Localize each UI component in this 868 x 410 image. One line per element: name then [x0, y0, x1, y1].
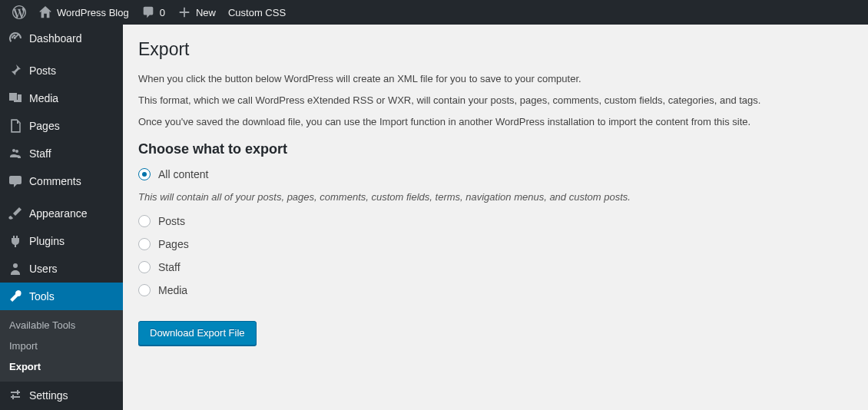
sidebar-item-tools[interactable]: Tools — [0, 283, 123, 310]
radio-posts[interactable] — [138, 215, 151, 227]
export-option-all-content[interactable]: All content — [138, 168, 853, 180]
home-icon — [38, 5, 52, 19]
main-content: Export When you click the button below W… — [123, 25, 868, 410]
dashboard-icon — [8, 31, 23, 46]
comments-menu[interactable]: 0 — [135, 0, 171, 25]
wrench-icon — [8, 289, 23, 304]
plus-icon — [177, 5, 191, 19]
wordpress-logo-icon — [12, 5, 26, 19]
intro-paragraph-3: Once you've saved the download file, you… — [138, 116, 853, 127]
radio-media[interactable] — [138, 284, 151, 296]
adminbar: WordPress Blog 0 New Custom CSS — [0, 0, 868, 25]
settings-icon — [8, 388, 23, 403]
comments-count: 0 — [160, 7, 165, 18]
submenu-item-export[interactable]: Export — [0, 356, 123, 377]
intro-paragraph-2: This format, which we call WordPress eXt… — [138, 94, 853, 106]
sidebar-item-label: Users — [29, 263, 58, 275]
sidebar-item-label: Settings — [29, 389, 68, 402]
radio-staff[interactable] — [138, 261, 151, 273]
sidebar-item-media[interactable]: Media — [0, 84, 123, 112]
sidebar-item-label: Appearance — [29, 207, 88, 220]
sidebar-item-comments[interactable]: Comments — [0, 167, 123, 195]
sidebar-item-appearance[interactable]: Appearance — [0, 200, 123, 227]
download-export-file-button[interactable]: Download Export File — [138, 321, 257, 346]
sidebar-item-posts[interactable]: Posts — [0, 57, 123, 84]
all-content-description: This will contain all of your posts, pag… — [138, 191, 853, 203]
comment-icon — [141, 5, 155, 19]
plugin-icon — [8, 233, 23, 249]
radio-label: Staff — [158, 261, 181, 273]
export-option-pages[interactable]: Pages — [138, 238, 853, 250]
tools-submenu: Available Tools Import Export — [0, 310, 123, 382]
sidebar-item-label: Tools — [29, 290, 55, 303]
admin-sidebar: Dashboard Posts Media Pages Staff Commen… — [0, 25, 123, 410]
export-option-media[interactable]: Media — [138, 284, 853, 296]
wp-logo-menu[interactable] — [6, 0, 32, 25]
radio-label: Pages — [158, 238, 189, 250]
sidebar-item-label: Comments — [29, 175, 81, 187]
sidebar-item-label: Media — [29, 92, 58, 104]
radio-label: Posts — [158, 215, 185, 227]
radio-label: All content — [158, 168, 208, 180]
sidebar-item-label: Posts — [29, 64, 56, 77]
choose-export-heading: Choose what to export — [138, 141, 853, 157]
groups-icon — [8, 146, 23, 161]
brush-icon — [8, 206, 23, 221]
custom-css-menu[interactable]: Custom CSS — [222, 0, 292, 25]
sidebar-item-label: Staff — [29, 147, 51, 160]
custom-css-label: Custom CSS — [228, 7, 286, 18]
submenu-item-import[interactable]: Import — [0, 336, 123, 356]
radio-label: Media — [158, 284, 187, 296]
pin-icon — [8, 63, 23, 78]
sidebar-item-settings[interactable]: Settings — [0, 382, 123, 409]
intro-paragraph-1: When you click the button below WordPres… — [138, 73, 853, 84]
radio-all-content[interactable] — [138, 168, 151, 180]
radio-pages[interactable] — [138, 238, 151, 250]
new-label: New — [196, 7, 216, 18]
sidebar-item-plugins[interactable]: Plugins — [0, 227, 123, 255]
site-name-menu[interactable]: WordPress Blog — [32, 0, 135, 25]
sidebar-item-label: Plugins — [29, 235, 65, 247]
page-icon — [8, 118, 23, 134]
sidebar-item-dashboard[interactable]: Dashboard — [0, 25, 123, 52]
sidebar-item-label: Pages — [29, 120, 60, 132]
sidebar-item-users[interactable]: Users — [0, 255, 123, 283]
page-title: Export — [138, 32, 853, 63]
sidebar-item-pages[interactable]: Pages — [0, 112, 123, 140]
media-icon — [8, 91, 23, 106]
export-option-staff[interactable]: Staff — [138, 261, 853, 273]
site-name-label: WordPress Blog — [57, 7, 129, 18]
sidebar-item-staff[interactable]: Staff — [0, 140, 123, 167]
new-content-menu[interactable]: New — [171, 0, 222, 25]
comment-icon — [8, 174, 23, 189]
sidebar-item-label: Dashboard — [29, 32, 82, 45]
user-icon — [8, 261, 23, 276]
export-option-posts[interactable]: Posts — [138, 215, 853, 227]
submenu-item-available-tools[interactable]: Available Tools — [0, 315, 123, 336]
